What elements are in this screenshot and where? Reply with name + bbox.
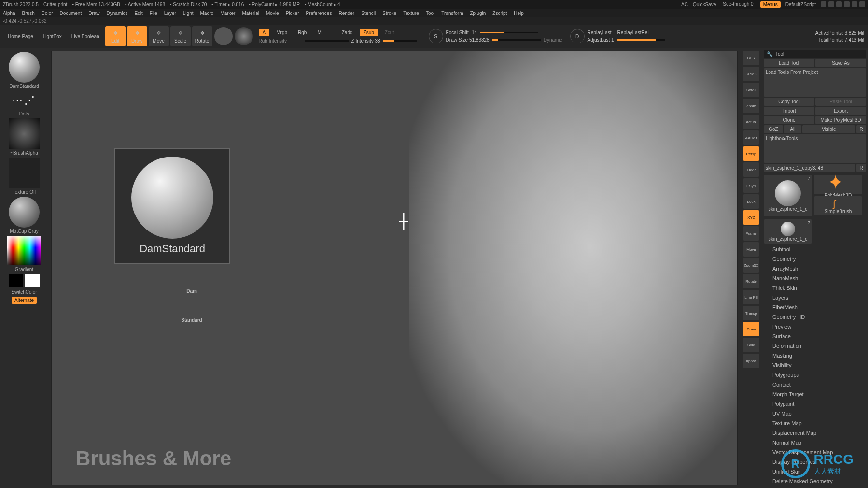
menu-stroke[interactable]: Stroke [382,11,396,16]
nav-bpr-button[interactable]: BPR [743,51,759,65]
nav-solo-button[interactable]: Solo [743,338,759,352]
tool-thumb-2[interactable]: 7 skin_zsphere_1_c [764,219,812,244]
menus-toggle[interactable]: Menus [760,1,781,8]
goz-all-button[interactable]: All [784,125,801,133]
nav-rotate-button[interactable]: Rotate [743,274,759,288]
z-intensity-label[interactable]: Z Intensity 33 [351,38,380,43]
menu-render[interactable]: Render [338,11,354,16]
texture-slot[interactable]: Texture Off [5,158,43,195]
nav-transp-button[interactable]: Transp [743,306,759,320]
alpha-slot[interactable]: ~BrushAlpha [5,118,43,156]
nav-xyz-button[interactable]: XYZ [743,210,759,225]
menu-tool[interactable]: Tool [426,11,434,16]
load-tool-button[interactable]: Load Tool [764,59,814,67]
tool-panel-header[interactable]: 🔧 Tool [764,50,866,58]
rgb-button[interactable]: Rgb [294,29,310,36]
menu-zplugin[interactable]: Zplugin [470,11,486,16]
menu-edit[interactable]: Edit [134,11,142,16]
layout-icon-1[interactable] [821,1,826,7]
menu-preferences[interactable]: Preferences [306,11,332,16]
menu-material[interactable]: Material [242,11,259,16]
make-polymesh-button[interactable]: Make PolyMesh3D [815,116,866,124]
switch-color-button[interactable]: SwitchColor [11,289,37,295]
gizmo-circle-1[interactable] [214,27,233,45]
section-morph-target[interactable]: Morph Target [764,389,866,399]
material-slot[interactable]: MatCap Gray [5,197,43,234]
menu-color[interactable]: Color [42,11,53,16]
a-toggle[interactable]: A [259,29,270,36]
goz-r-button[interactable]: R [856,125,866,133]
goz-visible-button[interactable]: Visible [802,125,855,133]
adjust-last-label[interactable]: AdjustLast 1 [588,37,614,43]
tool-thumb-polymesh[interactable]: ✦ PolyMesh3D [814,175,862,194]
menu-stencil[interactable]: Stencil [361,11,376,16]
menu-movie[interactable]: Movie [266,11,279,16]
focal-shift-slider[interactable] [480,32,538,33]
s-dial-icon[interactable]: S [429,29,443,43]
mrgb-button[interactable]: Mrgb [272,29,291,36]
nav-l-sym-button[interactable]: L.Sym [743,178,759,193]
zcut-button[interactable]: Zcut [381,29,398,36]
nav-frame-button[interactable]: Frame [743,226,759,241]
swatch-white[interactable] [25,274,40,287]
section-geometry[interactable]: Geometry [764,254,866,264]
section-nanomesh[interactable]: NanoMesh [764,273,866,283]
export-button[interactable]: Export [815,107,866,115]
home-page-button[interactable]: Home Page [4,32,37,41]
live-boolean-button[interactable]: Live Boolean [68,32,103,41]
maximize-icon[interactable] [852,1,857,7]
brush-slot[interactable]: DamStandard [5,52,43,89]
paste-tool-button[interactable]: Paste Tool [815,98,866,106]
zsub-button[interactable]: Zsub [360,29,378,36]
section-polygroups[interactable]: Polygroups [764,370,866,380]
draw-size-slider[interactable] [492,39,541,41]
menu-layer[interactable]: Layer [164,11,176,16]
section-arraymesh[interactable]: ArrayMesh [764,264,866,273]
zadd-button[interactable]: Zadd [338,29,357,36]
section-thick-skin[interactable]: Thick Skin [764,283,866,293]
save-as-button[interactable]: Save As [815,59,866,67]
menu-marker[interactable]: Marker [220,11,235,16]
nav-line-fill-button[interactable]: Line Fill [743,290,759,304]
section-layers[interactable]: Layers [764,293,866,302]
d-dial-icon[interactable]: D [570,29,585,43]
menu-light[interactable]: Light [183,11,194,16]
nav-spix-3-button[interactable]: SPix 3 [743,67,759,81]
load-tools-project-button[interactable]: Load Tools From Project [764,68,866,97]
menu-texture[interactable]: Texture [403,11,419,16]
section-geometry-hd[interactable]: Geometry HD [764,312,866,322]
section-masking[interactable]: Masking [764,351,866,360]
nav-persp-button[interactable]: Persp [743,146,759,161]
menu-file[interactable]: File [150,11,157,16]
goz-button[interactable]: GoZ [764,125,783,133]
section-deformation[interactable]: Deformation [764,341,866,351]
layout-icon-2[interactable] [828,1,834,7]
menu-macro[interactable]: Macro [200,11,214,16]
import-button[interactable]: Import [764,107,814,115]
default-zscript[interactable]: DefaultZScript [785,2,816,7]
section-surface[interactable]: Surface [764,331,866,341]
menu-help[interactable]: Help [514,11,524,16]
menu-dynamics[interactable]: Dynamics [107,11,128,16]
minimize-icon[interactable] [844,1,850,7]
nav-xpose-button[interactable]: Xpose [743,354,759,368]
edit-mode-button[interactable]: ✥Edit [105,26,126,46]
nav-scroll-button[interactable]: Scroll [743,83,759,97]
copy-tool-button[interactable]: Copy Tool [764,98,814,106]
rgb-intensity-label[interactable]: Rgb Intensity [259,38,302,43]
focal-shift-label[interactable]: Focal Shift -14 [446,30,477,35]
rotate-mode-button[interactable]: ✥Rotate [192,26,212,46]
draw-size-label[interactable]: Draw Size 51.83828 [446,37,490,43]
menu-zscript[interactable]: Zscript [492,11,507,16]
draw-mode-button[interactable]: ✥Draw [127,26,147,46]
menu-alpha[interactable]: Alpha [3,11,15,16]
replay-last-rel-button[interactable]: ReplayLastRel [617,30,649,35]
move-mode-button[interactable]: ✥Move [149,26,169,46]
m-button[interactable]: M [313,29,325,36]
tool-thumb-simplebrush[interactable]: ʃ SimpleBrush [814,196,862,215]
layout-icon-3[interactable] [836,1,842,7]
lightbox-button[interactable]: LightBox [39,32,66,41]
alternate-button[interactable]: Alternate [12,297,37,304]
swatch-black[interactable] [9,274,23,287]
nav-draw-button[interactable]: Draw [743,322,759,336]
